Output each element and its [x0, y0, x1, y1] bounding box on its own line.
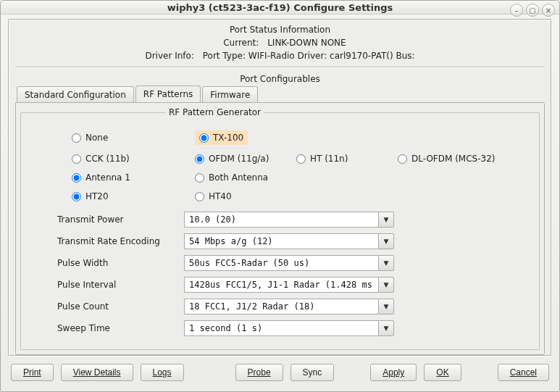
pulse-interval-combo[interactable]: ▼ [184, 277, 394, 293]
tab-firmware[interactable]: Firmware [202, 86, 258, 103]
param-transmit-power: Transmit Power ▼ [57, 209, 525, 230]
radio-cck[interactable]: CCK (11b) [72, 154, 195, 164]
transmit-power-input[interactable] [184, 212, 378, 228]
pulse-width-label: Pulse Width [57, 258, 184, 268]
pulse-interval-input[interactable] [184, 277, 378, 293]
param-sweep-time: Sweep Time ▼ [57, 317, 525, 339]
radio-ht40-label: HT40 [209, 191, 232, 201]
rate-encoding-combo[interactable]: ▼ [184, 233, 394, 249]
radio-both-antenna[interactable]: Both Antenna [195, 172, 525, 183]
param-rate-encoding: Transmit Rate Encoding ▼ [57, 230, 525, 252]
radio-row-modulation: CCK (11b) OFDM (11g/a) HT (11n) DL- [72, 149, 525, 168]
cancel-button[interactable]: Cancel [498, 364, 549, 381]
content-area: Port Status Information Current: LINK-DO… [1, 14, 559, 391]
configurables-heading: Port Configurables [15, 72, 545, 86]
inner-panel: Port Status Information Current: LINK-DO… [8, 19, 552, 356]
logs-button[interactable]: Logs [141, 364, 184, 381]
sweep-time-input[interactable] [184, 320, 378, 336]
status-current-label: Current: [214, 38, 264, 48]
tab-rf-patterns[interactable]: RF Patterns [135, 86, 201, 103]
print-button[interactable]: Print [11, 364, 54, 381]
chevron-down-icon[interactable]: ▼ [378, 233, 394, 249]
rate-encoding-label: Transmit Rate Encoding [57, 236, 184, 246]
radio-antenna1[interactable]: Antenna 1 [72, 172, 195, 183]
transmit-power-label: Transmit Power [57, 214, 184, 225]
titlebar: wiphy3 (ct523-3ac-f19) Configure Setting… [1, 1, 559, 14]
radio-ht20-label: HT20 [85, 191, 109, 201]
pulse-count-label: Pulse Count [57, 301, 184, 312]
radio-antenna1-label: Antenna 1 [85, 172, 130, 183]
window-title: wiphy3 (ct523-3ac-f19) Configure Setting… [167, 2, 393, 13]
status-driver-row: Driver Info: Port Type: WIFI-Radio Drive… [15, 49, 545, 62]
pulse-count-combo[interactable]: ▼ [184, 299, 394, 314]
radio-ht-label: HT (11n) [310, 154, 348, 164]
param-pulse-count: Pulse Count ▼ [57, 296, 525, 317]
radio-ht-input[interactable] [296, 154, 306, 164]
radio-dlofdm[interactable]: DL-OFDM (MCS-32) [398, 154, 525, 164]
radio-cck-input[interactable] [72, 154, 81, 164]
sweep-time-combo[interactable]: ▼ [184, 320, 394, 336]
separator [15, 67, 545, 68]
radio-cck-label: CCK (11b) [85, 154, 130, 164]
radio-both-antenna-label: Both Antenna [209, 172, 268, 183]
button-bar: Print View Details Logs Probe Sync Apply… [8, 356, 552, 384]
rate-encoding-input[interactable] [184, 233, 378, 249]
rf-pattern-generator-group: RF Pattern Generator None TX-100 [20, 107, 540, 350]
pulse-interval-label: Pulse Interval [57, 280, 184, 290]
status-driver-value: Port Type: WIFI-Radio Driver: carl9170-P… [203, 51, 415, 61]
radio-ofdm[interactable]: OFDM (11g/a) [195, 154, 296, 164]
chevron-down-icon[interactable]: ▼ [378, 255, 394, 271]
status-driver-label: Driver Info: [145, 51, 200, 61]
radio-both-antenna-input[interactable] [195, 173, 204, 183]
sync-button[interactable]: Sync [291, 364, 335, 381]
status-heading: Port Status Information [15, 23, 545, 36]
radio-ht40[interactable]: HT40 [195, 191, 525, 201]
tab-standard-configuration[interactable]: Standard Configuration [17, 86, 134, 103]
transmit-power-combo[interactable]: ▼ [184, 212, 394, 228]
radio-tx100[interactable]: TX-100 [195, 130, 248, 145]
tab-page-rf-patterns: RF Pattern Generator None TX-100 [15, 102, 545, 355]
sweep-time-label: Sweep Time [57, 323, 184, 333]
param-pulse-interval: Pulse Interval ▼ [57, 274, 525, 296]
tabs-bar: Standard Configuration RF Patterns Firmw… [15, 86, 545, 103]
radio-ofdm-input[interactable] [195, 154, 204, 164]
chevron-down-icon[interactable]: ▼ [378, 320, 394, 336]
radio-dlofdm-input[interactable] [398, 154, 407, 164]
radio-ofdm-label: OFDM (11g/a) [209, 154, 269, 164]
radio-antenna1-input[interactable] [72, 173, 81, 183]
chevron-down-icon[interactable]: ▼ [378, 299, 394, 314]
radio-dlofdm-label: DL-OFDM (MCS-32) [411, 154, 495, 164]
pulse-width-input[interactable] [184, 255, 378, 271]
radio-ht40-input[interactable] [195, 192, 204, 201]
chevron-down-icon[interactable]: ▼ [378, 277, 394, 293]
radio-ht20[interactable]: HT20 [72, 191, 195, 201]
generator-legend: RF Pattern Generator [166, 107, 264, 117]
radio-tx100-label: TX-100 [213, 133, 243, 143]
param-pulse-width: Pulse Width ▼ [57, 252, 525, 274]
window: wiphy3 (ct523-3ac-f19) Configure Setting… [0, 0, 560, 392]
radio-row-mode: None TX-100 [72, 126, 525, 149]
radio-row-antenna: Antenna 1 Both Antenna [72, 168, 525, 187]
radio-none[interactable]: None [72, 133, 195, 143]
chevron-down-icon[interactable]: ▼ [378, 212, 394, 228]
radio-ht20-input[interactable] [72, 192, 81, 201]
ok-button[interactable]: OK [424, 364, 461, 381]
status-current-value: LINK-DOWN NONE [267, 38, 346, 48]
pulse-width-combo[interactable]: ▼ [184, 255, 394, 271]
status-current-row: Current: LINK-DOWN NONE [15, 36, 545, 49]
apply-button[interactable]: Apply [370, 364, 417, 381]
radio-none-label: None [85, 133, 108, 143]
radio-row-width: HT20 HT40 [72, 187, 525, 206]
view-details-button[interactable]: View Details [61, 364, 133, 381]
radio-none-input[interactable] [72, 133, 81, 143]
radio-tx100-input[interactable] [199, 133, 209, 143]
probe-button[interactable]: Probe [235, 364, 283, 381]
pulse-count-input[interactable] [184, 299, 378, 314]
radio-ht[interactable]: HT (11n) [296, 154, 398, 164]
